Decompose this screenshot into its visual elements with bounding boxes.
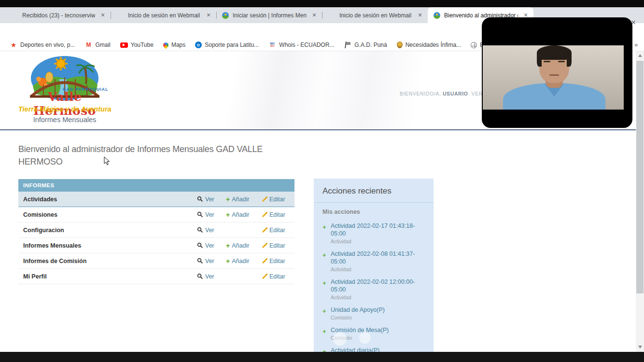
add-link[interactable]: Añadir bbox=[226, 257, 262, 265]
add-label: Añadir bbox=[232, 258, 249, 265]
bookmark-item[interactable]: YouTube bbox=[116, 42, 157, 48]
site-subtitle: Informes Mensuales bbox=[18, 116, 111, 124]
edit-link[interactable]: Editar bbox=[262, 227, 294, 234]
model-name-link[interactable]: Comisiones bbox=[18, 211, 197, 218]
bookmark-item[interactable]: Gmail bbox=[81, 41, 114, 49]
bookmark-label: Maps bbox=[171, 42, 185, 48]
person-mouth bbox=[549, 74, 559, 76]
edit-link[interactable]: Editar bbox=[262, 196, 294, 203]
add-label: Añadir bbox=[232, 196, 249, 203]
table-row: Comisiones Ver Añadir Editar bbox=[18, 207, 294, 223]
add-link[interactable]: Añadir bbox=[226, 242, 262, 250]
bookmark-icon bbox=[268, 41, 276, 49]
bookmark-item[interactable]: Whois - ECUADOR... bbox=[265, 41, 338, 49]
browser-tab[interactable]: Recibidos (23) - tecnoserviweb.e bbox=[5, 7, 111, 23]
tab-title: Inicio de sesión en Webmail bbox=[128, 12, 201, 19]
plus-icon bbox=[226, 195, 230, 203]
tab-favicon bbox=[222, 12, 229, 19]
logo-name: Valle Hermoso bbox=[18, 90, 111, 118]
scrollbar-up-arrow[interactable] bbox=[638, 54, 642, 57]
plus-icon bbox=[322, 251, 326, 259]
tab-title: Recibidos (23) - tecnoserviweb.e bbox=[22, 12, 95, 19]
welcome-prefix: BIENVENIDO/A, bbox=[400, 91, 441, 97]
bookmarks-overflow-icon[interactable] bbox=[634, 41, 638, 48]
edit-link[interactable]: Editar bbox=[262, 242, 294, 249]
admin-index-content: Bienvenido al administrador de Informes … bbox=[0, 130, 644, 352]
recent-action-link[interactable]: Unidad de Apoyo(P) bbox=[331, 306, 425, 314]
view-link[interactable]: Ver bbox=[197, 196, 226, 203]
welcome-suffix: . VER bbox=[468, 91, 483, 97]
magnifier-icon bbox=[197, 196, 203, 202]
recent-action-link[interactable]: Comisión de Mesa(P) bbox=[331, 326, 425, 334]
overlay-dot bbox=[266, 330, 280, 344]
model-name-link[interactable]: Mi Perfil bbox=[18, 273, 197, 280]
bookmark-icon bbox=[10, 41, 17, 49]
tab-close-icon[interactable] bbox=[99, 12, 107, 19]
page-title-line2: HERMOSO bbox=[18, 155, 263, 168]
panel-divider bbox=[314, 202, 434, 203]
add-link[interactable]: Añadir bbox=[226, 195, 262, 203]
recent-action-link[interactable]: Actividad 2022-02-08 01:41:37-05:00 bbox=[331, 250, 425, 265]
table-row: Mi Perfil Ver Añadir Editar bbox=[18, 269, 294, 284]
bookmark-item[interactable]: Soporte para Latitu... bbox=[191, 42, 263, 48]
bookmark-label: Gmail bbox=[95, 42, 110, 48]
view-link[interactable]: Ver bbox=[197, 273, 226, 280]
model-name-link[interactable]: Informes Mensuales bbox=[18, 242, 197, 249]
table-row: Configuracion Ver Añadir Editar bbox=[18, 223, 294, 238]
plus-icon bbox=[322, 327, 326, 335]
edit-label: Editar bbox=[269, 273, 285, 280]
magnifier-icon bbox=[197, 211, 203, 218]
scrollbar-down-arrow[interactable] bbox=[638, 346, 642, 348]
letterbox-bottom bbox=[0, 352, 644, 362]
recent-action-link[interactable]: Actividad 2022-02-17 01:43:18-05:00 bbox=[331, 222, 425, 237]
browser-tab[interactable]: Inicio de sesión en Webmail bbox=[111, 7, 216, 23]
edit-link[interactable]: Editar bbox=[262, 211, 294, 218]
bookmark-item[interactable]: G.A.D. Puná bbox=[340, 41, 391, 49]
recent-action-link[interactable]: Actividad 2022-02-02 12:00:00-05:00 bbox=[331, 278, 425, 293]
screen-recording-frame: Recibidos (23) - tecnoserviweb.e Inicio … bbox=[0, 0, 644, 362]
bookmark-item[interactable]: Deportes en vivo, p... bbox=[6, 41, 79, 49]
view-link[interactable]: Ver bbox=[197, 242, 226, 249]
bookmark-icon bbox=[344, 41, 351, 49]
tab-close-icon[interactable] bbox=[416, 12, 424, 19]
bookmark-icon bbox=[84, 41, 92, 49]
view-link[interactable]: Ver bbox=[197, 258, 226, 265]
edit-label: Editar bbox=[269, 196, 285, 203]
view-link[interactable]: Ver bbox=[197, 211, 226, 218]
plus-icon bbox=[226, 242, 230, 250]
view-label: Ver bbox=[205, 273, 214, 280]
model-name-link[interactable]: Informes de Comisión bbox=[18, 258, 197, 265]
bookmark-icon bbox=[162, 41, 170, 49]
magnifier-icon bbox=[197, 227, 203, 233]
recent-action-type: Actividad bbox=[331, 266, 425, 272]
page-title-line1: Bienvenido al administrador de Informes … bbox=[18, 143, 263, 155]
welcome-user-text: BIENVENIDO/A, USUARIO. VER bbox=[338, 91, 483, 97]
letterbox-top bbox=[0, 0, 644, 7]
bookmark-label: Deportes en vivo, p... bbox=[20, 42, 75, 48]
browser-tab[interactable]: Iniciar sesión | Informes Mensual bbox=[216, 7, 322, 23]
tab-close-icon[interactable] bbox=[205, 12, 212, 19]
model-name-link[interactable]: Configuracion bbox=[18, 227, 197, 234]
person-eyebrow bbox=[558, 61, 565, 62]
scrollbar-thumb[interactable] bbox=[636, 61, 644, 293]
view-label: Ver bbox=[205, 227, 214, 234]
model-name-link[interactable]: Actividades bbox=[18, 196, 197, 203]
edit-label: Editar bbox=[269, 211, 285, 218]
recent-action-item: Actividad 2022-02-02 12:00:00-05:00 Acti… bbox=[322, 278, 425, 300]
add-link[interactable]: Añadir bbox=[226, 211, 262, 219]
bookmark-item[interactable]: Maps bbox=[159, 42, 189, 48]
browser-tab[interactable]: Inicio de sesión en Webmail bbox=[322, 7, 428, 23]
pencil-icon bbox=[262, 258, 267, 264]
webcam-overlay bbox=[482, 17, 632, 128]
bookmark-item[interactable]: Necesidades Ínfima... bbox=[393, 42, 465, 48]
bookmark-icon bbox=[120, 42, 128, 48]
edit-link[interactable]: Editar bbox=[262, 258, 294, 265]
tab-close-icon[interactable] bbox=[310, 12, 318, 19]
tab-favicon bbox=[116, 12, 124, 19]
table-row: Informes Mensuales Ver Añadir Editar bbox=[18, 238, 294, 253]
page-title: Bienvenido al administrador de Informes … bbox=[18, 143, 263, 168]
view-link[interactable]: Ver bbox=[197, 227, 226, 234]
edit-link[interactable]: Editar bbox=[262, 273, 294, 280]
magnifier-icon bbox=[197, 273, 203, 279]
recent-action-type: Comisión bbox=[331, 315, 425, 320]
